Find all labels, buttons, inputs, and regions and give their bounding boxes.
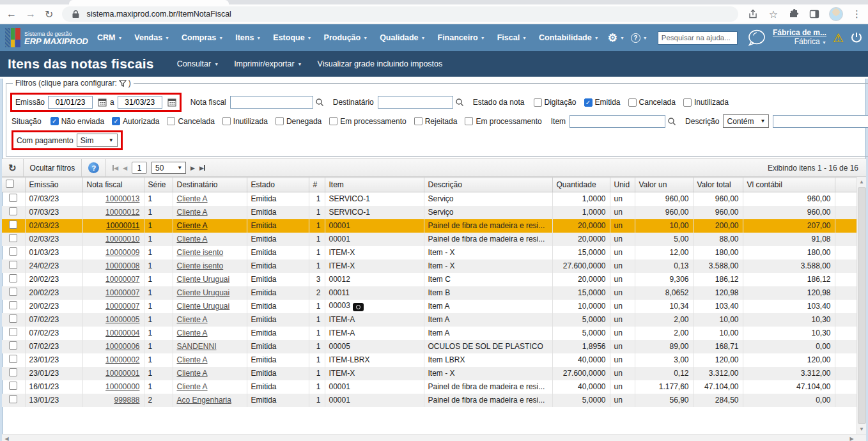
com-pagamento-select[interactable]: Sim▼ — [77, 134, 118, 147]
situacao-option-autorizada[interactable]: ✓Autorizada — [112, 117, 159, 126]
nota-fiscal-link[interactable]: 10000013 — [105, 194, 139, 203]
side-panel-icon[interactable] — [809, 8, 820, 20]
row-checkbox[interactable] — [9, 368, 17, 376]
row-checkbox[interactable] — [9, 261, 17, 269]
destinatario-link[interactable]: Cliente A — [177, 369, 208, 378]
row-checkbox[interactable] — [9, 247, 17, 256]
warning-icon[interactable]: ⚠ — [833, 31, 844, 45]
logout-icon[interactable] — [850, 31, 863, 44]
emissao-to-input[interactable] — [118, 96, 162, 109]
nav-menu-compras[interactable]: Compras▼ — [182, 33, 223, 42]
account-link[interactable]: Fábrica de m... — [773, 28, 826, 37]
emissao-from-input[interactable] — [48, 96, 93, 109]
col-descricao[interactable]: Descrição — [424, 178, 552, 192]
chat-icon[interactable] — [747, 29, 766, 47]
browser-tab[interactable] — [69, 0, 229, 4]
checkbox[interactable]: ✓ — [50, 117, 59, 125]
col-unid[interactable]: Unid — [610, 178, 635, 192]
nota-fiscal-link[interactable]: 10000007 — [105, 275, 139, 284]
col-quantidade[interactable]: Quantidade — [552, 178, 610, 192]
col-valor-un[interactable]: Valor un — [635, 178, 693, 192]
nota-fiscal-input[interactable] — [230, 96, 313, 109]
select-all-checkbox[interactable] — [6, 180, 14, 188]
row-checkbox[interactable] — [9, 301, 17, 309]
prev-page-icon[interactable]: ◀ — [123, 165, 127, 171]
calendar-icon[interactable] — [167, 98, 176, 107]
situacao-option-denegada[interactable]: Denegada — [275, 117, 322, 126]
nota-fiscal-link[interactable]: 10000009 — [105, 248, 139, 257]
address-bar[interactable]: sistema.maxiprod.com.br/ItemNotaFiscal — [62, 6, 738, 22]
nota-fiscal-link[interactable]: 10000011 — [106, 221, 140, 230]
help-search-input[interactable] — [658, 31, 738, 45]
nota-fiscal-link[interactable]: 10000005 — [105, 315, 139, 324]
title-menu-visualizar-grade-incluindo-impostos[interactable]: Visualizar grade incluindo impostos — [318, 59, 443, 68]
page-size-select[interactable]: 50▼ — [151, 162, 186, 174]
help-menu[interactable]: ?▼ — [631, 33, 647, 43]
title-menu-imprimir-exportar[interactable]: Imprimir/exportar▼ — [234, 59, 302, 68]
row-checkbox[interactable] — [9, 395, 17, 403]
account-context[interactable]: Fábrica ▼ — [773, 37, 826, 47]
first-page-icon[interactable]: ◀ — [112, 165, 118, 171]
checkbox[interactable] — [329, 117, 337, 125]
nota-fiscal-link[interactable]: 999888 — [114, 396, 139, 405]
nota-fiscal-link[interactable]: 10000006 — [105, 342, 139, 351]
destinatario-link[interactable]: Cliente Uruguai — [177, 275, 230, 284]
checkbox[interactable] — [222, 117, 231, 125]
row-checkbox[interactable] — [9, 234, 17, 242]
estado-option-inutilizada[interactable]: Inutilizada — [683, 98, 729, 107]
destinatario-link[interactable]: SANDENNI — [177, 342, 217, 351]
checkbox[interactable] — [628, 98, 637, 107]
erp-logo[interactable]: Sistema de gestão ERP MAXIPROD — [5, 28, 88, 47]
situacao-option-em-processamento[interactable]: Em processamento — [465, 117, 541, 126]
nota-fiscal-link[interactable]: 10000008 — [105, 261, 139, 270]
search-icon[interactable] — [667, 117, 676, 126]
search-icon[interactable] — [455, 98, 464, 107]
col-serie[interactable]: Série — [144, 178, 173, 192]
destinatario-link[interactable]: Cliente A — [177, 194, 208, 203]
checkbox[interactable] — [534, 98, 542, 107]
vertical-scroll-thumb[interactable] — [858, 187, 866, 424]
destinatario-link[interactable]: Cliente Uruguai — [177, 288, 230, 297]
bookmark-star-icon[interactable]: ☆ — [768, 8, 779, 20]
nav-menu-crm[interactable]: CRM▼ — [97, 33, 122, 42]
scroll-up-icon[interactable]: ▲ — [857, 177, 866, 187]
checkbox[interactable]: ✓ — [112, 117, 120, 125]
descricao-input[interactable] — [773, 115, 868, 128]
col-destinatario[interactable]: Destinatário — [173, 178, 247, 192]
nav-menu-itens[interactable]: Itens▼ — [235, 33, 261, 42]
destinatario-link[interactable]: Cliente A — [177, 329, 208, 337]
camera-icon[interactable] — [353, 303, 364, 311]
scroll-down-icon[interactable]: ▼ — [857, 424, 866, 434]
destinatario-link[interactable]: Cliente Uruguai — [177, 302, 230, 311]
calendar-icon[interactable] — [98, 98, 107, 107]
nota-fiscal-link[interactable]: 10000001 — [105, 369, 139, 378]
row-checkbox[interactable] — [9, 328, 17, 336]
nota-fiscal-link[interactable]: 10000010 — [105, 235, 139, 244]
row-checkbox[interactable] — [9, 355, 17, 363]
nota-fiscal-link[interactable]: 10000002 — [105, 355, 139, 364]
row-checkbox[interactable] — [9, 314, 17, 323]
nota-fiscal-link[interactable]: 10000007 — [105, 288, 139, 297]
settings-menu[interactable]: ⚙▼ — [608, 31, 624, 45]
refresh-button[interactable]: ↻ — [2, 159, 24, 176]
nav-menu-estoque[interactable]: Estoque▼ — [273, 33, 311, 42]
scroll-right-icon[interactable]: ▶ — [847, 436, 856, 441]
col-nota-fiscal[interactable]: Nota fiscal — [82, 178, 144, 192]
row-checkbox[interactable] — [9, 274, 17, 282]
destinatario-link[interactable]: Cliente A — [177, 382, 208, 391]
estado-option-emitida[interactable]: ✓Emitida — [584, 98, 621, 107]
destinatario-link[interactable]: Cliente A — [177, 208, 208, 217]
row-checkbox[interactable] — [9, 220, 17, 229]
col-vl-contabil[interactable]: Vl contábil — [743, 178, 835, 192]
nav-menu-vendas[interactable]: Vendas▼ — [134, 33, 169, 42]
destinatario-link[interactable]: Cliente isento — [177, 248, 224, 257]
estado-option-digitacao[interactable]: Digitação — [534, 98, 577, 107]
nav-menu-fiscal[interactable]: Fiscal▼ — [497, 33, 527, 42]
browser-reload-icon[interactable]: ↻ — [45, 8, 53, 20]
destinatario-link[interactable]: Aco Engenharia — [177, 396, 231, 405]
row-checkbox[interactable] — [9, 341, 17, 350]
item-input[interactable] — [570, 115, 665, 128]
filters-legend[interactable]: Filtros (clique para configurar: ) — [13, 79, 134, 88]
situacao-option-inutilizada[interactable]: Inutilizada — [222, 117, 268, 126]
situacao-option-nao-enviada[interactable]: ✓Não enviada — [50, 117, 104, 126]
